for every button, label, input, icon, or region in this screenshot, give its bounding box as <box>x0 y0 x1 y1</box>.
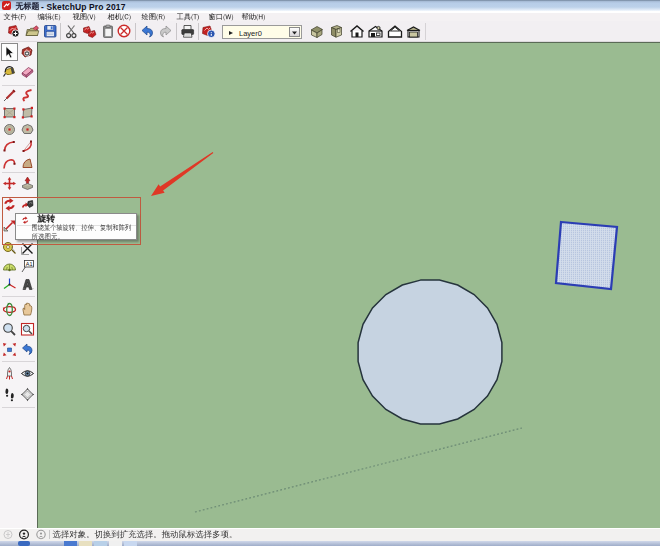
svg-text:A1: A1 <box>26 261 33 267</box>
